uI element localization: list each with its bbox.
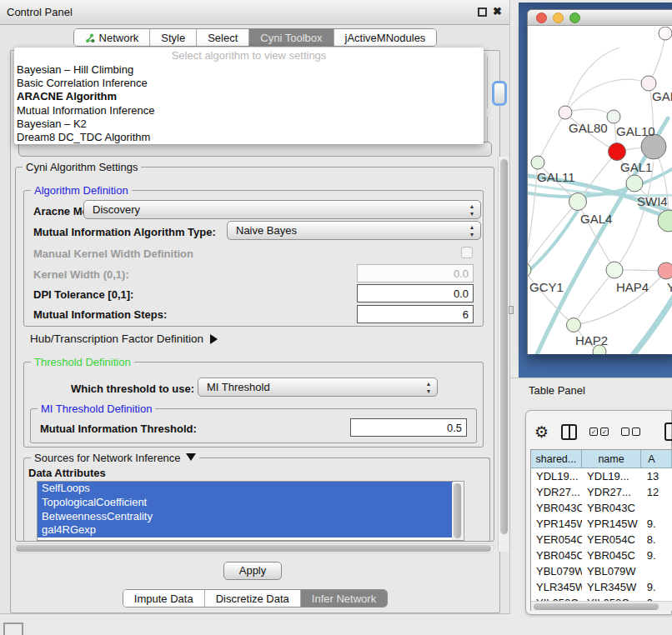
dpi-tolerance-field[interactable]: 0.0	[357, 284, 474, 302]
column-browser-icon[interactable]	[561, 424, 577, 440]
table-row[interactable]: YER054CYER054C8.	[531, 532, 672, 548]
node-hap4[interactable]	[606, 262, 623, 278]
table-cell[interactable]: YBR043C	[531, 500, 582, 516]
sources-toggle[interactable]: Sources for Network Inference	[31, 452, 199, 464]
tab-network[interactable]: Network	[74, 29, 150, 46]
tab-impute-data[interactable]: Impute Data	[123, 590, 204, 607]
edge[interactable]	[565, 109, 614, 117]
table-cell[interactable]: YBR045C	[582, 548, 642, 563]
export-table-icon[interactable]	[664, 422, 672, 441]
network-window-titlebar[interactable]	[528, 10, 672, 26]
close-traffic-light-icon[interactable]	[536, 12, 547, 23]
aracne-mode-combo[interactable]: Discovery ▴▾	[83, 200, 481, 219]
table-cell[interactable]: 12	[642, 484, 672, 500]
table-cell[interactable]: YDL19...	[582, 468, 642, 484]
mi-steps-field[interactable]: 6	[357, 305, 474, 323]
table-row[interactable]: YDR27...YDR27...12	[531, 484, 672, 500]
table-row[interactable]: YDL19...YDL19...13	[531, 468, 672, 484]
node-gal80[interactable]	[559, 106, 572, 119]
table-cell[interactable]: 9.	[642, 516, 672, 532]
unselect-all-columns-icon[interactable]	[621, 428, 640, 436]
table-cell[interactable]	[642, 563, 672, 579]
node-salmon[interactable]	[658, 262, 672, 279]
table-cell[interactable]: YBL079W	[582, 563, 642, 579]
table-cell[interactable]: YLR345W	[531, 579, 582, 595]
table-cell[interactable]: YBL079W	[531, 563, 582, 579]
edge[interactable]	[528, 202, 578, 270]
table-cell[interactable]: YER054C	[531, 532, 582, 548]
table-cell[interactable]: YDR27...	[531, 484, 582, 500]
table-row[interactable]: YPR145WYPR145W9.	[531, 516, 672, 532]
manual-kernel-checkbox[interactable]	[461, 247, 473, 258]
node-gal1-red[interactable]	[609, 143, 626, 161]
column-header-partial[interactable]: A	[641, 450, 672, 468]
attribute-item-selected[interactable]: SelfLoops	[38, 482, 453, 496]
scrollbar-thumb[interactable]	[534, 603, 659, 610]
tab-discretize-data[interactable]: Discretize Data	[204, 590, 300, 607]
attribute-item-selected[interactable]: TopologicalCoefficient	[38, 496, 453, 510]
table-cell[interactable]: 9.	[642, 548, 672, 563]
algorithm-option-selected[interactable]: ARACNE Algorithm	[14, 90, 484, 103]
tab-style[interactable]: Style	[149, 29, 196, 46]
close-icon[interactable]: ✖	[493, 5, 502, 18]
node-gal4[interactable]	[569, 193, 587, 211]
minimize-traffic-light-icon[interactable]	[553, 12, 564, 23]
node-gal11[interactable]	[531, 156, 544, 169]
edge[interactable]	[538, 112, 565, 162]
edge[interactable]	[629, 293, 672, 354]
edge[interactable]	[574, 271, 666, 325]
tab-cyni-toolbox[interactable]: Cyni Toolbox	[248, 29, 333, 46]
scrollbar-thumb[interactable]	[16, 545, 491, 552]
table-horizontal-scrollbar[interactable]	[531, 601, 672, 611]
table-row[interactable]: YLR345WYLR345W9.	[531, 579, 672, 595]
float-window-icon[interactable]	[478, 8, 487, 17]
which-threshold-combo[interactable]: MI Threshold ▴▾	[198, 378, 438, 397]
panel-splitter-handle[interactable]	[509, 306, 514, 314]
tab-infer-network[interactable]: Infer Network	[300, 590, 387, 607]
settings-vertical-scrollbar[interactable]	[498, 157, 509, 552]
node-gcy1[interactable]	[528, 262, 531, 278]
column-header-name[interactable]: name	[582, 450, 642, 468]
hub-definition-toggle[interactable]: Hub/Transcription Factor Definition	[30, 332, 218, 345]
algorithm-option[interactable]: Mutual Information Inference	[14, 104, 484, 118]
select-all-columns-icon[interactable]: ✓✓	[589, 428, 609, 436]
table-cell[interactable]: YER054C	[582, 532, 642, 548]
node[interactable]	[626, 175, 643, 192]
table-row[interactable]: YBR045CYBR045C9.	[531, 548, 672, 563]
table-cell[interactable]: 13	[642, 468, 672, 484]
table-row[interactable]: YBR043CYBR043C	[531, 500, 672, 516]
kernel-width-field[interactable]: 0.0	[357, 264, 474, 282]
edge[interactable]	[574, 270, 614, 325]
scrollbar-thumb[interactable]	[500, 159, 508, 534]
column-header-shared-name[interactable]: shared...	[531, 450, 582, 468]
table-row[interactable]: YBL079WYBL079W	[531, 563, 672, 579]
mi-threshold-field[interactable]: 0.5	[350, 418, 467, 437]
tab-select[interactable]: Select	[196, 29, 248, 46]
node-hap2[interactable]	[567, 318, 581, 332]
table-settings-gear-icon[interactable]: ⚙	[534, 424, 549, 440]
settings-horizontal-scrollbar[interactable]	[13, 543, 494, 553]
algorithm-option[interactable]: Basic Correlation Inference	[14, 77, 484, 90]
algorithm-option[interactable]: Dream8 DC_TDC Algorithm	[14, 131, 484, 144]
network-canvas[interactable]: GAL GAL80 GAL10 GAL1 GAL11 SWI4 GAL4 GCY…	[528, 27, 672, 354]
table-cell[interactable]: YLR345W	[582, 579, 642, 595]
node[interactable]	[659, 27, 672, 40]
apply-button[interactable]: Apply	[223, 562, 282, 580]
table-cell[interactable]	[642, 500, 672, 516]
hidden-focused-combo-fragment[interactable]	[492, 81, 507, 106]
algorithm-option[interactable]: Bayesian – K2	[14, 118, 484, 131]
table-cell[interactable]: YPR145W	[582, 516, 642, 532]
table-cell[interactable]: YBR043C	[582, 500, 642, 516]
scrollbar-thumb[interactable]	[454, 483, 461, 538]
list-vertical-scrollbar[interactable]	[452, 482, 463, 540]
attribute-item-selected[interactable]: BetweennessCentrality	[38, 510, 453, 524]
node-gal10[interactable]	[607, 110, 620, 123]
zoom-traffic-light-icon[interactable]	[569, 12, 580, 23]
table-cell[interactable]: 9.	[642, 579, 672, 595]
bottom-corner-button[interactable]	[3, 622, 23, 635]
table-cell[interactable]: 8.	[642, 532, 672, 548]
table-cell[interactable]: YPR145W	[531, 516, 582, 532]
tab-jactivemnodules[interactable]: jActiveMNodules	[333, 29, 437, 46]
table-cell[interactable]: YBR045C	[531, 548, 582, 563]
mi-algorithm-type-combo[interactable]: Naive Bayes ▴▾	[227, 221, 481, 240]
